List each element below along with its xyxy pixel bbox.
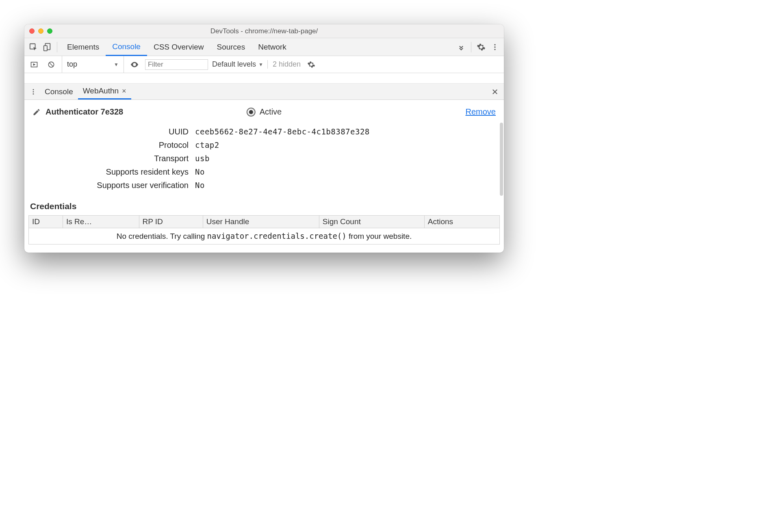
close-tab-icon[interactable]: × xyxy=(122,87,126,95)
hidden-messages-count[interactable]: 2 hidden xyxy=(267,60,301,69)
column-header[interactable]: Is Re… xyxy=(63,216,139,228)
svg-point-3 xyxy=(494,44,495,45)
svg-rect-2 xyxy=(44,45,47,51)
property-value: No xyxy=(195,181,205,190)
drawer-tab-label: Console xyxy=(45,87,73,96)
remove-authenticator-link[interactable]: Remove xyxy=(466,107,496,117)
property-label: Transport xyxy=(33,154,195,163)
clear-console-icon[interactable] xyxy=(45,58,58,71)
levels-label: Default levels xyxy=(212,60,256,69)
scrollbar-thumb[interactable] xyxy=(500,123,503,196)
device-toolbar-icon[interactable] xyxy=(41,41,54,54)
more-tabs-icon[interactable] xyxy=(455,41,468,54)
column-header[interactable]: Sign Count xyxy=(319,216,424,228)
column-header[interactable]: RP ID xyxy=(139,216,203,228)
authenticator-header-row: Authenticator 7e328 Active Remove xyxy=(24,100,504,120)
active-radio[interactable]: Active xyxy=(247,107,282,117)
main-toolbar: ElementsConsoleCSS OverviewSourcesNetwor… xyxy=(24,38,504,56)
authenticator-title: Authenticator 7e328 xyxy=(46,107,123,117)
window-titlebar: DevTools - chrome://new-tab-page/ xyxy=(24,24,504,38)
svg-point-9 xyxy=(33,91,34,92)
drawer-tab-label: WebAuthn xyxy=(83,87,119,95)
drawer-tab-console[interactable]: Console xyxy=(40,84,78,99)
console-filter-input[interactable] xyxy=(145,59,208,70)
drawer-header: ConsoleWebAuthn× xyxy=(24,84,504,100)
property-row: Protocolctap2 xyxy=(33,141,496,150)
live-expression-eye-icon[interactable] xyxy=(128,58,141,71)
svg-point-10 xyxy=(33,93,34,94)
main-tab-strip: ElementsConsoleCSS OverviewSourcesNetwor… xyxy=(61,38,454,56)
empty-prefix: No credentials. Try calling xyxy=(117,232,207,240)
settings-gear-icon[interactable] xyxy=(475,41,488,54)
table-row: No credentials. Try calling navigator.cr… xyxy=(29,228,500,244)
property-row: Transportusb xyxy=(33,154,496,163)
property-label: Protocol xyxy=(33,141,195,150)
tab-sources[interactable]: Sources xyxy=(210,38,252,56)
credentials-heading: Credentials xyxy=(30,201,500,211)
property-label: Supports resident keys xyxy=(33,167,195,177)
svg-point-4 xyxy=(494,46,495,48)
tab-console[interactable]: Console xyxy=(106,38,147,56)
context-label: top xyxy=(67,60,77,69)
property-row: Supports user verificationNo xyxy=(33,181,496,190)
property-row: UUIDceeb5662-8e27-4e47-8ebc-4c1b8387e328 xyxy=(33,127,496,136)
empty-suffix: from your website. xyxy=(347,232,412,240)
credentials-table: IDIs Re…RP IDUser HandleSign CountAction… xyxy=(28,215,500,244)
credentials-section: Credentials IDIs Re…RP IDUser HandleSign… xyxy=(24,197,504,253)
console-output-strip xyxy=(24,73,504,84)
empty-credentials-message: No credentials. Try calling navigator.cr… xyxy=(29,228,500,244)
property-label: UUID xyxy=(33,127,195,136)
authenticator-properties: UUIDceeb5662-8e27-4e47-8ebc-4c1b8387e328… xyxy=(24,120,504,197)
execution-context-select[interactable]: top ▼ xyxy=(62,56,124,73)
inspect-element-icon[interactable] xyxy=(27,41,40,54)
column-header[interactable]: Actions xyxy=(424,216,499,228)
toolbar-divider xyxy=(471,42,471,52)
property-label: Supports user verification xyxy=(33,181,195,190)
toolbar-divider xyxy=(57,42,57,52)
property-row: Supports resident keysNo xyxy=(33,167,496,177)
svg-point-5 xyxy=(494,49,495,50)
radio-indicator-icon xyxy=(247,108,256,117)
tab-elements[interactable]: Elements xyxy=(61,38,106,56)
drawer-kebab-menu-icon[interactable] xyxy=(27,85,40,98)
tab-css-overview[interactable]: CSS Overview xyxy=(147,38,210,56)
dropdown-triangle-icon: ▼ xyxy=(258,62,263,67)
drawer-tab-webauthn[interactable]: WebAuthn× xyxy=(78,84,131,99)
devtools-window: DevTools - chrome://new-tab-page/ Elemen… xyxy=(24,24,504,253)
tab-network[interactable]: Network xyxy=(252,38,293,56)
property-value: usb xyxy=(195,154,210,163)
log-levels-select[interactable]: Default levels ▼ xyxy=(212,60,263,69)
property-value: ceeb5662-8e27-4e47-8ebc-4c1b8387e328 xyxy=(195,127,370,136)
dropdown-triangle-icon: ▼ xyxy=(114,62,119,67)
close-drawer-icon[interactable] xyxy=(488,85,501,98)
webauthn-panel: Authenticator 7e328 Active Remove UUIDce… xyxy=(24,100,504,253)
console-settings-gear-icon[interactable] xyxy=(305,58,318,71)
column-header[interactable]: ID xyxy=(29,216,63,228)
show-console-sidebar-icon[interactable] xyxy=(28,58,41,71)
empty-code: navigator.credentials.create() xyxy=(207,231,347,240)
edit-pencil-icon[interactable] xyxy=(33,108,41,116)
kebab-menu-icon[interactable] xyxy=(488,41,501,54)
property-value: ctap2 xyxy=(195,141,219,149)
console-toolbar: top ▼ Default levels ▼ 2 hidden xyxy=(24,56,504,73)
property-value: No xyxy=(195,167,205,176)
window-title: DevTools - chrome://new-tab-page/ xyxy=(24,27,504,35)
active-label: Active xyxy=(260,107,282,117)
column-header[interactable]: User Handle xyxy=(203,216,319,228)
svg-point-8 xyxy=(33,89,34,90)
